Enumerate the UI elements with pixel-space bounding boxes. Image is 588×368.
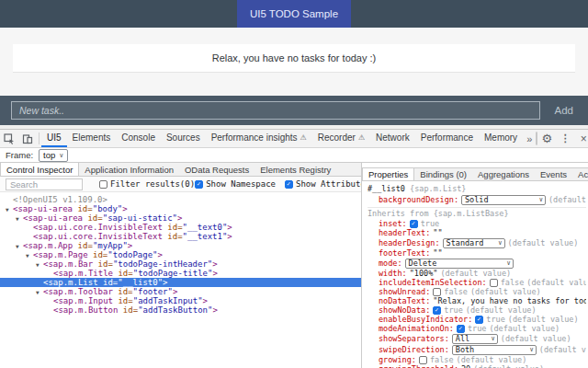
expand-arrow-icon[interactable]: ▼ <box>16 214 23 224</box>
more-tabs-chevron[interactable]: » <box>523 130 536 147</box>
tag-name: <sap.m.App <box>23 241 73 250</box>
property-row-swipedirection: swipeDirection:Both∨(default value) <box>368 344 586 355</box>
tree-node-sap-ui-static[interactable]: ▼<sap-ui-area id="sap-ui-static"> <box>0 213 361 223</box>
devtools-tab-console[interactable]: Console <box>116 130 161 147</box>
show-namespace-checkbox[interactable]: Show Namespace <box>195 179 276 189</box>
tag-name: <sap.m.Bar <box>43 259 93 269</box>
subtab-control-inspector[interactable]: Control Inspector <box>0 163 79 176</box>
tag-close: > <box>122 204 127 213</box>
tab-label: Performance insights <box>211 132 298 143</box>
app-title: UI5 TODO Sample <box>237 0 351 28</box>
property-row-modeanimationon: modeAnimationOn:true(default value) <box>368 324 586 333</box>
properties-tab-bindings-0[interactable]: Bindings (0) <box>414 168 472 180</box>
subtab-elements-registry[interactable]: Elements Registry <box>254 163 336 176</box>
property-shownodata-checkbox[interactable] <box>433 306 441 315</box>
property-headerdesign-select[interactable]: Standard∨ <box>443 238 505 248</box>
kebab-menu-icon[interactable]: ⋮ <box>556 130 574 147</box>
settings-gear-icon[interactable]: ⚙ <box>537 130 556 147</box>
property-row-growingthreshold: growingThreshold:20(default value) <box>368 364 586 368</box>
properties-tab-properties[interactable]: Properties <box>362 168 414 180</box>
show-attributes-label: Show Attributes <box>296 179 361 189</box>
tree-node-todopage[interactable]: ▼<sap.m.Page id="todoPage"> <box>0 250 361 259</box>
new-task-input[interactable] <box>11 101 540 120</box>
property-enablebusyindicator-checkbox[interactable] <box>475 316 483 324</box>
tab-label: Elements <box>73 132 111 143</box>
selected-control-header: #__list0 {sap.m.List} <box>368 184 586 194</box>
property-showunread-checkbox[interactable] <box>433 288 441 296</box>
filter-results-checkbox[interactable]: Filter results(0) <box>99 179 195 189</box>
tab-label: Events <box>540 169 567 179</box>
property-swipedirection-select[interactable]: Both∨ <box>452 345 537 355</box>
devtools-tab-ui5[interactable]: UI5 <box>41 130 67 147</box>
tree-node-addtaskbutton[interactable]: <sap.m.Button id="addTaskButton"> <box>0 305 361 315</box>
add-task-button[interactable]: Add <box>551 105 577 116</box>
attr-value: "addTaskInput" <box>133 296 203 305</box>
devtools-tab-memory[interactable]: Memory <box>479 130 523 147</box>
tab-label: Performance <box>421 132 473 143</box>
devtools-tab-network[interactable]: Network <box>370 130 415 147</box>
property-row-mode: mode:Delete∨ <box>368 258 586 269</box>
tree-root-comment[interactable]: <!OpenUI5 v1.109.0> <box>0 195 361 204</box>
app-content: Relax, you have no tasks for today :) <box>0 28 588 96</box>
property-name: backgroundDesign: <box>379 195 458 204</box>
subtab-application-information[interactable]: Application Information <box>79 163 179 176</box>
tree-node-list0[interactable]: <sap.m.List id="__list0"> <box>0 278 361 287</box>
tag-name: <sap.ui.core.InvisibleText <box>33 223 163 232</box>
tag-close: > <box>212 305 217 315</box>
property-inset-checkbox[interactable] <box>410 220 418 228</box>
property-name: enableBusyIndicator: <box>379 315 472 324</box>
default-value-label: (default value) <box>457 355 527 364</box>
inspector-subtabs: Control InspectorApplication Information… <box>0 163 361 177</box>
chevron-down-icon: ∨ <box>492 334 495 343</box>
tab-label: Memory <box>484 132 517 143</box>
tree-node-addtaskinput[interactable]: <sap.m.Input id="addTaskInput"> <box>0 296 361 305</box>
frame-label: Frame: <box>6 150 33 160</box>
expand-arrow-icon[interactable]: ▼ <box>16 242 23 251</box>
tree-node-text1[interactable]: <sap.ui.core.InvisibleText id="__text1"> <box>0 232 361 241</box>
property-growing-checkbox[interactable] <box>419 356 427 364</box>
add-task-toolbar: Add <box>0 96 588 125</box>
devtools-tab-performance[interactable]: Performance <box>415 130 479 147</box>
properties-tab-events[interactable]: Events <box>535 168 572 180</box>
properties-tab-aggregations[interactable]: Aggregations <box>472 168 535 180</box>
show-attributes-checkbox[interactable]: Show Attributes <box>285 179 361 189</box>
tab-label: Sources <box>166 132 200 143</box>
inherits-from-label: Inherits from {sap.m.ListBase} <box>368 207 586 219</box>
attr-value: "__list0" <box>118 278 163 287</box>
devtools-tab-sources[interactable]: Sources <box>161 130 206 147</box>
property-includeiteminselection-checkbox[interactable] <box>490 279 498 287</box>
expand-arrow-icon[interactable]: ▼ <box>36 260 43 270</box>
expand-arrow-icon[interactable]: ▼ <box>36 288 43 297</box>
property-modeanimationon-checkbox[interactable] <box>457 325 465 333</box>
devtools-tab-recorder[interactable]: Recorder⚠ <box>312 130 370 147</box>
tree-node-footer[interactable]: ▼<sap.m.Toolbar id="footer"> <box>0 287 361 296</box>
property-backgrounddesign-select[interactable]: Solid∨ <box>461 195 546 205</box>
devtools-tab-performance-insights[interactable]: Performance insights⚠ <box>206 130 312 147</box>
property-showseparators-select[interactable]: All∨ <box>452 334 498 344</box>
subtab-odata-requests[interactable]: OData Requests <box>179 163 254 176</box>
tree-node-todopage-intheader[interactable]: ▼<sap.m.Bar id="todoPage-intHeader"> <box>0 259 361 269</box>
expand-arrow-icon[interactable]: ▼ <box>6 205 13 214</box>
tree-node-body[interactable]: ▼<sap-ui-area id="body"> <box>0 204 361 213</box>
tree-node-todopage-title[interactable]: <sap.m.Title id="todoPage-title"> <box>0 269 361 278</box>
checkbox-word: false <box>444 287 468 296</box>
inspect-element-icon[interactable] <box>0 130 18 147</box>
property-mode-select[interactable]: Delete∨ <box>405 259 514 269</box>
chevron-down-icon: ∨ <box>506 259 510 268</box>
property-row-shownodata: showNoData:true(default value) <box>368 305 586 315</box>
tree-node-text0[interactable]: <sap.ui.core.InvisibleText id="__text0"> <box>0 223 361 232</box>
tree-node-myapp[interactable]: ▼<sap.m.App id="myApp"> <box>0 241 361 250</box>
devtools-tab-elements[interactable]: Elements <box>67 130 117 147</box>
search-input[interactable] <box>6 178 83 190</box>
property-value: "" <box>433 228 442 237</box>
expand-arrow-icon[interactable]: ▼ <box>26 251 33 260</box>
chevron-down-icon: ∨ <box>539 195 543 204</box>
device-toolbar-icon[interactable] <box>18 130 37 147</box>
property-row-footertext: footerText:"" <box>368 248 586 258</box>
close-devtools-icon[interactable]: × <box>574 130 588 147</box>
property-row-growing: growing:false(default value) <box>368 355 586 364</box>
properties-tab-actions[interactable]: Actions <box>572 168 588 180</box>
frame-select[interactable]: top ∨ <box>39 149 68 162</box>
chevron-down-icon: ∨ <box>498 238 502 247</box>
default-value-label: (default value) <box>440 269 511 278</box>
